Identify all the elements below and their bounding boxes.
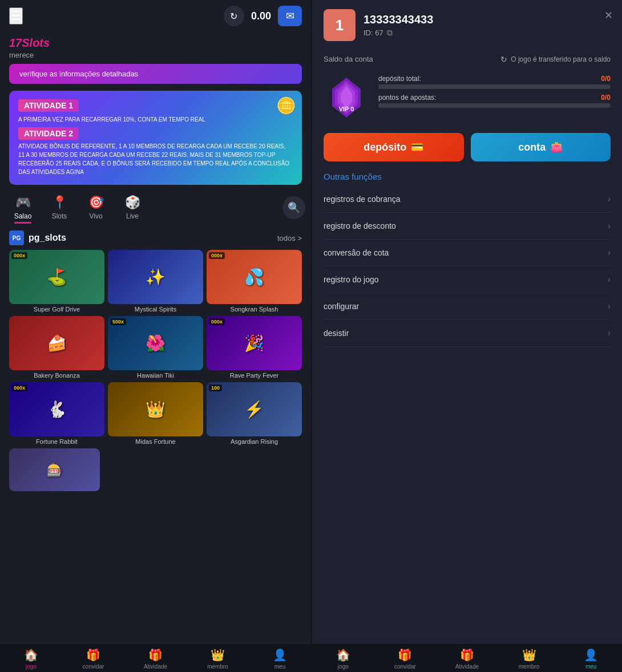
user-header: 1 13333343433 ID: 67 ⧉ ✕ [312, 0, 622, 50]
game-card-fortune[interactable]: 000x 🐇 Fortune Rabbit [9, 382, 104, 445]
bottom-nav-convidar[interactable]: 🎁 convidar [62, 648, 124, 670]
game-thumb-fortune: 000x 🐇 [9, 382, 104, 436]
game-section-header: PG pg_slots todos > [9, 230, 302, 245]
tab-vivo-label: Vivo [89, 212, 102, 220]
right-home-icon: 🏠 [336, 648, 350, 662]
bottom-nav-atividade[interactable]: 🎁 Atividade [124, 648, 187, 670]
promo-subtitle: merece [9, 51, 302, 59]
slots-icon: 📍 [52, 195, 67, 210]
menu-item-configurar[interactable]: configurar › [324, 293, 611, 320]
vip-section: VIP 0 depósito total: 0/0 pontos de apos… [312, 70, 622, 128]
game-thumb-rave: 000x 🎉 [207, 316, 302, 370]
user-id-row: ID: 67 ⧉ [363, 28, 611, 38]
vivo-icon: 🎯 [88, 195, 104, 210]
balance-section: Saldo da conta ↻ O jogo é transferido pa… [312, 50, 622, 70]
refresh-transfer-icon[interactable]: ↻ [500, 55, 507, 64]
right-nav-convidar-label: convidar [394, 663, 416, 670]
category-tabs: 🎮 Salao 📍 Slots 🎯 Vivo 🎲 Live 🔍 [0, 189, 311, 226]
tab-slots[interactable]: 📍 Slots [42, 193, 76, 222]
conta-icon: 👛 [550, 141, 563, 153]
conta-button[interactable]: conta 👛 [471, 133, 611, 161]
right-nav-atividade[interactable]: 🎁 Atividade [436, 648, 498, 670]
right-nav-jogo[interactable]: 🏠 jogo [312, 648, 374, 670]
songkran-multiplier: 000x [209, 252, 225, 259]
deposito-progress-bar [378, 84, 611, 89]
game-card-rave[interactable]: 000x 🎉 Rave Party Fever [207, 316, 302, 379]
games-scroll-area: PG pg_slots todos > 000x ⛳ Super Golf Dr… [0, 226, 311, 643]
balance-right: ↻ O jogo é transferido para o saldo [472, 55, 611, 64]
left-panel: ☰ ↻ 0.00 ✉ 17Slots merece verifique as i… [0, 0, 311, 672]
bottom-nav-membro[interactable]: 👑 membro [187, 648, 249, 670]
game-card-mystical[interactable]: ✨ Mystical Spirits [108, 250, 203, 313]
game-section-name: pg_slots [29, 233, 66, 243]
menu-label-registro-jogo: registro do jogo [324, 275, 379, 284]
game-card-midas[interactable]: 👑 Midas Fortune [108, 382, 203, 445]
game-card-hawaiian[interactable]: 500x 🌺 Hawaiian Tiki [108, 316, 203, 379]
vip-badge: VIP 0 [324, 75, 369, 120]
menu-item-desconto[interactable]: registro de desconto › [324, 213, 611, 240]
promo-title: 17Slots [9, 37, 302, 50]
tab-vivo[interactable]: 🎯 Vivo [79, 193, 113, 222]
promo-section: 17Slots merece verifique as informações … [0, 32, 311, 86]
game-grid: 000x ⛳ Super Golf Drive ✨ Mystical Spiri… [9, 250, 302, 445]
close-panel-button[interactable]: ✕ [604, 9, 613, 22]
activity2-label: ATIVIDADE 2 [18, 127, 79, 140]
game-label-bakery: Bakery Bonanza [9, 372, 104, 379]
game-card-asgardian[interactable]: 100 ⚡ 💬 Asgardian Rising [207, 382, 302, 445]
game-label-songkran: Songkran Splash [207, 306, 302, 313]
refresh-balance-button[interactable]: ↻ [224, 6, 244, 26]
tab-live-label: Live [126, 212, 139, 220]
deposit-button[interactable]: depósito 💳 [324, 133, 464, 161]
menu-item-registro-jogo[interactable]: registro do jogo › [324, 266, 611, 293]
hamburger-button[interactable]: ☰ [9, 7, 23, 25]
right-nav-membro[interactable]: 👑 membro [498, 648, 560, 670]
game-thumb-bakery: 🍰 [9, 316, 104, 370]
user-phone: 13333343433 [363, 13, 611, 26]
game-thumb-hawaiian: 500x 🌺 [108, 316, 203, 370]
game-label-mystical: Mystical Spirits [108, 306, 203, 313]
todos-link[interactable]: todos > [277, 234, 302, 242]
game-label-hawaiian: Hawaiian Tiki [108, 372, 203, 379]
salao-icon: 🎮 [15, 195, 31, 210]
vip-pontos-row: pontos de apostas: 0/0 [378, 94, 611, 108]
chevron-cobranca-icon: › [608, 194, 611, 204]
activity1-label: ATIVIDADE 1 [18, 99, 79, 112]
game-card-songkran[interactable]: 000x 💦 Songkran Splash [207, 250, 302, 313]
pg-icon: PG [9, 230, 24, 245]
game-thumb-golf: 000x ⛳ [9, 250, 104, 304]
pontos-progress-bar [378, 103, 611, 108]
user-avatar: 1 [324, 9, 356, 41]
right-nav-convidar[interactable]: 🎁 convidar [374, 648, 437, 670]
right-nav-meu[interactable]: 👤 meu [560, 648, 622, 670]
tab-slots-label: Slots [52, 212, 67, 220]
tab-live[interactable]: 🎲 Live [115, 193, 150, 222]
game-thumb-midas: 👑 [108, 382, 203, 436]
right-nav-atividade-label: Atividade [455, 663, 479, 670]
game-label-fortune: Fortune Rabbit [9, 438, 104, 445]
bottom-nav-jogo[interactable]: 🏠 jogo [0, 648, 62, 670]
top-bar: ☰ ↻ 0.00 ✉ [0, 0, 311, 32]
vip-deposito-row: depósito total: 0/0 [378, 75, 611, 89]
game-card-extra[interactable]: 🎰 [9, 448, 100, 491]
tab-salao[interactable]: 🎮 Salao [6, 193, 40, 222]
menu-item-cobranca[interactable]: registros de cobrança › [324, 186, 611, 213]
deposit-icon: 💳 [411, 141, 423, 153]
promo-button[interactable]: verifique as informações detalhadas [9, 64, 302, 84]
menu-item-conversao[interactable]: conversão de cota › [324, 240, 611, 266]
bottom-nav-meu[interactable]: 👤 meu [249, 648, 311, 670]
chevron-configurar-icon: › [608, 301, 611, 311]
copy-id-button[interactable]: ⧉ [387, 28, 393, 38]
rave-multiplier: 000x [209, 318, 225, 325]
menu-label-desistir: desistir [324, 329, 349, 338]
game-thumb-asgardian: 100 ⚡ [207, 382, 302, 436]
right-nav-membro-label: membro [519, 663, 540, 670]
search-button[interactable]: 🔍 [282, 196, 305, 219]
fortune-multiplier: 000x [11, 384, 27, 391]
game-card-bakery[interactable]: 🍰 Bakery Bonanza [9, 316, 104, 379]
game-card-golf[interactable]: 000x ⛳ Super Golf Drive [9, 250, 104, 313]
vip-deposito-label-row: depósito total: 0/0 [378, 75, 611, 83]
activity2-text: ATIVIDADE BÔNUS DE REFERENTE, 1 A 10 MEM… [18, 142, 293, 176]
golf-multiplier: 000x [11, 252, 27, 259]
menu-item-desistir[interactable]: desistir › [324, 320, 611, 347]
message-button[interactable]: ✉ [278, 6, 302, 26]
